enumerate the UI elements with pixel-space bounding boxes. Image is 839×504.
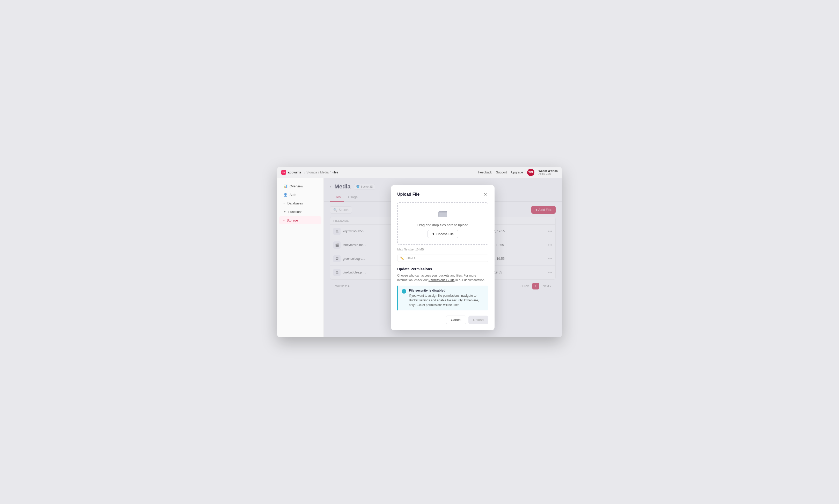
top-bar: aw appwrite / Storage / Media / Files Fe… [277, 167, 562, 178]
sidebar-label-functions: Functions [288, 210, 302, 214]
info-text: If you want to assign file permissions, … [409, 293, 485, 307]
breadcrumb: / Storage / Media / Files [304, 170, 338, 174]
sidebar-item-overview[interactable]: 📊 Overview [279, 182, 321, 190]
breadcrumb-sep2: / [318, 170, 319, 174]
choose-file-label: Choose File [436, 232, 453, 236]
sidebar-label-overview: Overview [290, 184, 303, 188]
databases-icon: ≡ [284, 201, 286, 205]
permissions-desc-2: in our documentation. [456, 278, 485, 282]
storage-icon: ▪ [284, 218, 285, 222]
file-security-info-box: i File security is disabled If you want … [397, 286, 488, 310]
modal-footer: Cancel Upload [397, 316, 488, 324]
file-id-row: ✏️ File-ID [397, 255, 488, 262]
info-icon: i [401, 289, 406, 294]
user-info: Walter O'brien Acme Corp [538, 169, 558, 175]
functions-icon: ✦ [284, 210, 286, 214]
user-org: Acme Corp [538, 173, 558, 175]
choose-file-button[interactable]: ⬆ Choose File [428, 230, 458, 238]
permissions-description: Choose who can access your buckets and f… [397, 273, 488, 283]
breadcrumb-storage[interactable]: Storage [306, 170, 317, 174]
drop-zone[interactable]: Drag and drop files here to upload ⬆ Cho… [397, 202, 488, 245]
top-bar-right: Feedback Support Upgrade WO Walter O'bri… [478, 169, 558, 176]
info-content: File security is disabled If you want to… [409, 289, 485, 307]
close-icon: ✕ [484, 192, 487, 197]
modal-close-button[interactable]: ✕ [482, 191, 488, 197]
support-link[interactable]: Support [496, 170, 507, 174]
user-avatar[interactable]: WO [527, 169, 534, 176]
auth-icon: 👤 [284, 193, 288, 197]
main-layout: 📊 Overview 👤 Auth ≡ Databases ✦ Function… [277, 178, 562, 337]
folder-icon [438, 209, 447, 220]
cancel-button[interactable]: Cancel [446, 316, 466, 324]
upload-small-icon: ⬆ [432, 232, 435, 236]
sidebar-label-storage: Storage [287, 219, 298, 222]
sidebar-item-auth[interactable]: 👤 Auth [279, 191, 321, 199]
logo-icon: aw [281, 170, 286, 175]
modal-title: Upload File [397, 192, 420, 197]
sidebar-item-functions[interactable]: ✦ Functions [279, 208, 321, 216]
breadcrumb-sep1: / [304, 170, 305, 174]
upload-file-modal: Upload File ✕ Drag [391, 185, 495, 330]
file-id-label[interactable]: File-ID [406, 256, 415, 260]
upload-button[interactable]: Upload [468, 316, 488, 324]
app-logo: aw appwrite [281, 170, 301, 175]
drop-text: Drag and drop files here to upload [417, 223, 468, 227]
sidebar-label-databases: Databases [288, 202, 303, 205]
browser-window: aw appwrite / Storage / Media / Files Fe… [277, 167, 562, 337]
modal-overlay[interactable]: Upload File ✕ Drag [324, 178, 562, 337]
logo-text: appwrite [288, 170, 301, 174]
overview-icon: 📊 [284, 184, 288, 188]
upgrade-button[interactable]: Upgrade [511, 170, 523, 174]
breadcrumb-files: Files [331, 170, 338, 174]
permissions-guide-link[interactable]: Permissions Guide [429, 278, 455, 282]
sidebar: 📊 Overview 👤 Auth ≡ Databases ✦ Function… [277, 178, 324, 337]
sidebar-item-storage[interactable]: ▪ Storage [279, 216, 321, 224]
breadcrumb-sep3: / [330, 170, 330, 174]
modal-header: Upload File ✕ [397, 191, 488, 197]
sidebar-item-databases[interactable]: ≡ Databases [279, 199, 321, 207]
sidebar-label-auth: Auth [290, 193, 296, 197]
max-file-size: Max file size: 10 MB [397, 248, 488, 251]
feedback-link[interactable]: Feedback [478, 170, 492, 174]
breadcrumb-media[interactable]: Media [320, 170, 329, 174]
svg-rect-1 [439, 211, 442, 212]
content-area: ‹ Media 🪣 Bucket ID Files Usage 🔍 Search [324, 178, 562, 337]
info-title: File security is disabled [409, 289, 485, 292]
user-name: Walter O'brien [538, 169, 558, 173]
permissions-section-title: Update Permissions [397, 267, 488, 271]
edit-icon: ✏️ [400, 256, 404, 260]
